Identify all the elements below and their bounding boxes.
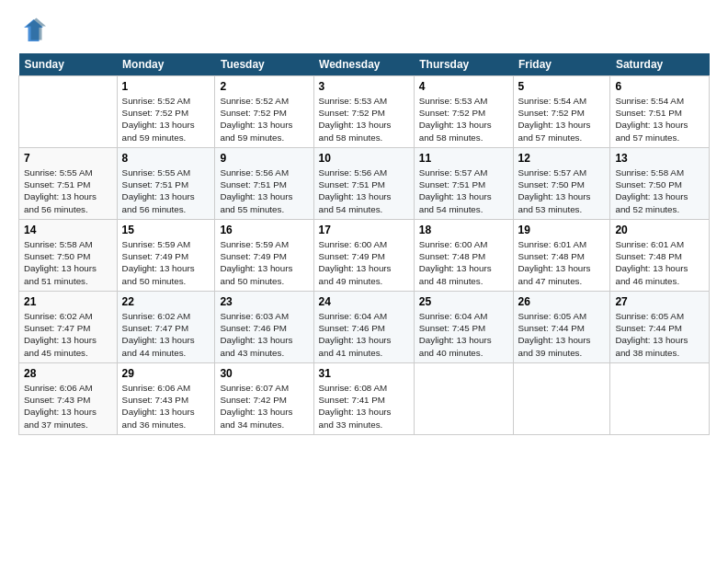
day-number: 1 (122, 80, 210, 93)
day-number: 15 (122, 224, 210, 236)
calendar-table: SundayMondayTuesdayWednesdayThursdayFrid… (18, 53, 710, 435)
page: SundayMondayTuesdayWednesdayThursdayFrid… (0, 0, 728, 563)
day-info: Sunrise: 6:02 AMSunset: 7:47 PMDaylight:… (24, 310, 112, 359)
day-info: Sunrise: 5:57 AMSunset: 7:50 PMDaylight:… (518, 167, 606, 215)
day-number: 31 (319, 367, 409, 380)
day-cell (610, 363, 710, 435)
day-cell (414, 363, 513, 435)
day-info: Sunrise: 6:05 AMSunset: 7:44 PMDaylight:… (615, 310, 704, 359)
day-number: 10 (319, 152, 409, 165)
day-number: 21 (24, 295, 112, 308)
header-monday: Monday (117, 53, 215, 76)
day-cell: 27Sunrise: 6:05 AMSunset: 7:44 PMDayligh… (610, 292, 710, 363)
day-number: 13 (615, 152, 704, 165)
day-number: 2 (220, 80, 308, 93)
day-info: Sunrise: 5:56 AMSunset: 7:51 PMDaylight:… (220, 167, 308, 215)
day-cell: 3Sunrise: 5:53 AMSunset: 7:52 PMDaylight… (313, 76, 414, 148)
day-cell: 16Sunrise: 5:59 AMSunset: 7:49 PMDayligh… (215, 220, 313, 292)
day-cell: 23Sunrise: 6:03 AMSunset: 7:46 PMDayligh… (215, 292, 313, 363)
day-info: Sunrise: 6:00 AMSunset: 7:49 PMDaylight:… (319, 238, 409, 287)
day-cell: 29Sunrise: 6:06 AMSunset: 7:43 PMDayligh… (117, 363, 215, 435)
day-cell: 25Sunrise: 6:04 AMSunset: 7:45 PMDayligh… (414, 292, 513, 363)
day-number: 25 (419, 295, 508, 308)
day-info: Sunrise: 5:55 AMSunset: 7:51 PMDaylight:… (24, 167, 112, 215)
day-info: Sunrise: 5:58 AMSunset: 7:50 PMDaylight:… (24, 238, 112, 287)
day-info: Sunrise: 5:54 AMSunset: 7:51 PMDaylight:… (615, 95, 704, 144)
day-number: 5 (518, 80, 606, 93)
day-info: Sunrise: 5:53 AMSunset: 7:52 PMDaylight:… (319, 95, 409, 144)
day-number: 16 (220, 224, 308, 236)
day-info: Sunrise: 6:02 AMSunset: 7:47 PMDaylight:… (122, 310, 210, 359)
week-row-1: 1Sunrise: 5:52 AMSunset: 7:52 PMDaylight… (19, 76, 710, 148)
day-number: 6 (615, 80, 704, 93)
day-info: Sunrise: 5:59 AMSunset: 7:49 PMDaylight:… (220, 238, 308, 287)
day-cell: 20Sunrise: 6:01 AMSunset: 7:48 PMDayligh… (610, 220, 710, 292)
day-cell: 21Sunrise: 6:02 AMSunset: 7:47 PMDayligh… (19, 292, 118, 363)
header-tuesday: Tuesday (215, 53, 313, 76)
header-sunday: Sunday (19, 53, 118, 76)
day-cell (513, 363, 610, 435)
day-info: Sunrise: 6:01 AMSunset: 7:48 PMDaylight:… (518, 238, 606, 287)
day-cell: 19Sunrise: 6:01 AMSunset: 7:48 PMDayligh… (513, 220, 610, 292)
day-number: 29 (122, 367, 210, 380)
day-cell: 15Sunrise: 5:59 AMSunset: 7:49 PMDayligh… (117, 220, 215, 292)
week-row-4: 21Sunrise: 6:02 AMSunset: 7:47 PMDayligh… (19, 292, 710, 363)
day-cell: 5Sunrise: 5:54 AMSunset: 7:52 PMDaylight… (513, 76, 610, 148)
day-number: 23 (220, 295, 308, 308)
day-cell: 13Sunrise: 5:58 AMSunset: 7:50 PMDayligh… (610, 148, 710, 220)
day-info: Sunrise: 6:06 AMSunset: 7:43 PMDaylight:… (24, 382, 112, 431)
day-cell: 8Sunrise: 5:55 AMSunset: 7:51 PMDaylight… (117, 148, 215, 220)
day-info: Sunrise: 5:57 AMSunset: 7:51 PMDaylight:… (419, 167, 508, 215)
header-row: SundayMondayTuesdayWednesdayThursdayFrid… (19, 53, 710, 76)
day-cell: 4Sunrise: 5:53 AMSunset: 7:52 PMDaylight… (414, 76, 513, 148)
day-info: Sunrise: 6:04 AMSunset: 7:46 PMDaylight:… (319, 310, 409, 359)
header-thursday: Thursday (414, 53, 513, 76)
day-number: 26 (518, 295, 606, 308)
day-info: Sunrise: 5:54 AMSunset: 7:52 PMDaylight:… (518, 95, 606, 144)
header (18, 17, 710, 44)
header-wednesday: Wednesday (313, 53, 414, 76)
logo-icon (18, 17, 46, 44)
day-number: 11 (419, 152, 508, 165)
day-info: Sunrise: 5:58 AMSunset: 7:50 PMDaylight:… (615, 167, 704, 215)
header-friday: Friday (513, 53, 610, 76)
day-cell: 24Sunrise: 6:04 AMSunset: 7:46 PMDayligh… (313, 292, 414, 363)
day-number: 8 (122, 152, 210, 165)
day-cell: 31Sunrise: 6:08 AMSunset: 7:41 PMDayligh… (313, 363, 414, 435)
day-cell: 6Sunrise: 5:54 AMSunset: 7:51 PMDaylight… (610, 76, 710, 148)
day-cell: 17Sunrise: 6:00 AMSunset: 7:49 PMDayligh… (313, 220, 414, 292)
day-cell: 30Sunrise: 6:07 AMSunset: 7:42 PMDayligh… (215, 363, 313, 435)
day-number: 19 (518, 224, 606, 236)
day-cell: 10Sunrise: 5:56 AMSunset: 7:51 PMDayligh… (313, 148, 414, 220)
day-info: Sunrise: 6:05 AMSunset: 7:44 PMDaylight:… (518, 310, 606, 359)
day-info: Sunrise: 6:01 AMSunset: 7:48 PMDaylight:… (615, 238, 704, 287)
day-number: 9 (220, 152, 308, 165)
day-cell (19, 76, 118, 148)
day-info: Sunrise: 5:56 AMSunset: 7:51 PMDaylight:… (319, 167, 409, 215)
day-info: Sunrise: 6:07 AMSunset: 7:42 PMDaylight:… (220, 382, 308, 431)
header-saturday: Saturday (610, 53, 710, 76)
day-info: Sunrise: 5:52 AMSunset: 7:52 PMDaylight:… (220, 95, 308, 144)
day-cell: 11Sunrise: 5:57 AMSunset: 7:51 PMDayligh… (414, 148, 513, 220)
day-number: 17 (319, 224, 409, 236)
day-number: 7 (24, 152, 112, 165)
day-cell: 12Sunrise: 5:57 AMSunset: 7:50 PMDayligh… (513, 148, 610, 220)
day-number: 27 (615, 295, 704, 308)
week-row-3: 14Sunrise: 5:58 AMSunset: 7:50 PMDayligh… (19, 220, 710, 292)
day-cell: 2Sunrise: 5:52 AMSunset: 7:52 PMDaylight… (215, 76, 313, 148)
day-number: 22 (122, 295, 210, 308)
day-cell: 26Sunrise: 6:05 AMSunset: 7:44 PMDayligh… (513, 292, 610, 363)
day-info: Sunrise: 5:52 AMSunset: 7:52 PMDaylight:… (122, 95, 210, 144)
day-cell: 7Sunrise: 5:55 AMSunset: 7:51 PMDaylight… (19, 148, 118, 220)
day-info: Sunrise: 6:00 AMSunset: 7:48 PMDaylight:… (419, 238, 508, 287)
day-info: Sunrise: 6:08 AMSunset: 7:41 PMDaylight:… (319, 382, 409, 431)
day-number: 24 (319, 295, 409, 308)
day-cell: 9Sunrise: 5:56 AMSunset: 7:51 PMDaylight… (215, 148, 313, 220)
week-row-2: 7Sunrise: 5:55 AMSunset: 7:51 PMDaylight… (19, 148, 710, 220)
day-number: 20 (615, 224, 704, 236)
day-number: 28 (24, 367, 112, 380)
day-number: 4 (419, 80, 508, 93)
logo (18, 17, 49, 44)
day-info: Sunrise: 5:53 AMSunset: 7:52 PMDaylight:… (419, 95, 508, 144)
day-cell: 1Sunrise: 5:52 AMSunset: 7:52 PMDaylight… (117, 76, 215, 148)
